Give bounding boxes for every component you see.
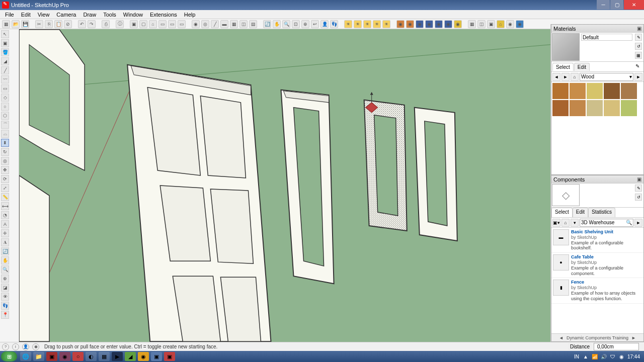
maximize-button[interactable]: ▢ bbox=[610, 0, 623, 10]
print-icon[interactable]: ⎙ bbox=[102, 20, 110, 28]
zoom-window-icon[interactable]: ⊡ bbox=[292, 20, 300, 28]
tray-app-icon[interactable]: ◉ bbox=[618, 353, 625, 360]
tray-network-icon[interactable]: 📶 bbox=[591, 353, 598, 360]
geo-icon[interactable]: ◉ bbox=[32, 343, 39, 350]
components-tab-stats[interactable]: Statistics bbox=[588, 208, 615, 217]
material-swatch[interactable] bbox=[621, 83, 637, 99]
followme-tool-icon[interactable]: ↻ bbox=[1, 148, 9, 156]
material-swatch[interactable] bbox=[570, 100, 586, 116]
menu-window[interactable]: Window bbox=[120, 11, 146, 19]
menu-view[interactable]: View bbox=[35, 11, 53, 19]
make-component-icon[interactable]: ▣ bbox=[1, 39, 9, 47]
start-button[interactable]: ⊞ bbox=[1, 351, 17, 361]
erase-icon[interactable]: ⊘ bbox=[64, 20, 72, 28]
line-tool-icon[interactable]: ╱ bbox=[1, 66, 9, 74]
tray-shield-icon[interactable]: 🛡 bbox=[609, 353, 616, 360]
material-name-field[interactable]: Default bbox=[581, 34, 632, 41]
component-item[interactable]: ● Cafe Tableby SketchUpExample of a conf… bbox=[551, 253, 643, 278]
front-icon[interactable]: ☀ bbox=[363, 20, 371, 28]
new-icon[interactable]: ▦ bbox=[2, 20, 10, 28]
minimize-button[interactable]: ─ bbox=[597, 0, 610, 10]
nav-back-icon[interactable]: ◄ bbox=[552, 73, 560, 81]
layer-icon[interactable]: ▦ bbox=[468, 20, 476, 28]
default-material-icon[interactable]: ↺ bbox=[635, 43, 642, 50]
task-app5-icon[interactable]: ▦ bbox=[99, 352, 110, 361]
task-app9-icon[interactable]: ▣ bbox=[164, 352, 175, 361]
style1-icon[interactable]: ◉ bbox=[396, 20, 405, 28]
details-icon[interactable]: ► bbox=[634, 73, 642, 81]
paint-bucket-icon[interactable]: 🪣 bbox=[1, 48, 9, 56]
xray-icon[interactable]: ▦ bbox=[230, 20, 238, 28]
open-icon[interactable]: 📂 bbox=[12, 20, 20, 28]
circle-tool-icon[interactable]: ○ bbox=[1, 103, 9, 111]
nav-prev-icon[interactable]: ◄ bbox=[559, 335, 564, 340]
page3-icon[interactable]: ▭ bbox=[178, 20, 186, 28]
menu-edit[interactable]: Edit bbox=[18, 11, 34, 19]
edge-icon[interactable]: ╱ bbox=[211, 20, 219, 28]
components-tab-select[interactable]: Select bbox=[551, 208, 573, 217]
section-tool-icon[interactable]: ◪ bbox=[1, 284, 9, 292]
zoom-extents-icon[interactable]: ⊕ bbox=[301, 20, 309, 28]
offset-tool-icon[interactable]: ◎ bbox=[1, 157, 9, 165]
comp-view-icon[interactable]: ▣▾ bbox=[552, 219, 560, 227]
tape-tool-icon[interactable]: 📏 bbox=[1, 193, 9, 201]
rotated-rect-icon[interactable]: ◇ bbox=[1, 94, 9, 102]
eraser-tool-icon[interactable]: ◢ bbox=[1, 57, 9, 65]
menu-file[interactable]: File bbox=[2, 11, 17, 19]
material-swatch[interactable] bbox=[604, 83, 620, 99]
hidden-icon[interactable]: ◫ bbox=[239, 20, 248, 28]
select-tool-icon[interactable]: ↖ bbox=[1, 30, 9, 38]
page-icon[interactable]: ▭ bbox=[158, 20, 167, 28]
pushpull-tool-icon[interactable]: ⬍ bbox=[1, 139, 9, 147]
tray-lang[interactable]: IN bbox=[573, 353, 580, 360]
house-icon[interactable]: ⌂ bbox=[149, 20, 157, 28]
walk-icon[interactable]: 👣 bbox=[330, 20, 338, 28]
nav-next-icon[interactable]: ► bbox=[631, 335, 636, 340]
comp-display-icon[interactable]: ↺ bbox=[635, 194, 642, 201]
user-icon[interactable]: 👤 bbox=[22, 343, 29, 350]
tray-sound-icon[interactable]: 🔊 bbox=[600, 353, 607, 360]
right-icon[interactable]: ☀ bbox=[373, 20, 381, 28]
display-icon[interactable]: ▦ bbox=[635, 52, 642, 59]
section-icon[interactable]: ▤ bbox=[249, 20, 257, 28]
task-app8-icon[interactable]: ◉ bbox=[138, 352, 149, 361]
iso-icon[interactable]: ☀ bbox=[344, 20, 352, 28]
collapse-icon[interactable]: ▣ bbox=[637, 26, 641, 31]
orbit-icon[interactable]: 🔄 bbox=[263, 20, 271, 28]
extension-icon[interactable]: ◉ bbox=[506, 20, 514, 28]
measurement-field[interactable]: 0,00cm bbox=[594, 343, 639, 350]
material-swatch[interactable] bbox=[587, 83, 603, 99]
rectangle-tool-icon[interactable]: ▭ bbox=[1, 84, 9, 93]
3d-viewport[interactable] bbox=[19, 29, 550, 342]
menu-extensions[interactable]: Extensions bbox=[147, 11, 180, 19]
component-search-field[interactable]: 3D Warehouse🔍 bbox=[580, 219, 633, 227]
task-app7-icon[interactable]: ◢ bbox=[125, 352, 136, 361]
task-app4-icon[interactable]: ◐ bbox=[86, 352, 97, 361]
warehouse-icon[interactable]: ⌂ bbox=[497, 20, 505, 28]
comp-options-icon[interactable]: ✎ bbox=[635, 185, 642, 192]
style2-icon[interactable]: ◉ bbox=[406, 20, 414, 28]
freehand-icon[interactable]: 〰 bbox=[1, 75, 9, 83]
collapse-icon[interactable]: ▣ bbox=[637, 176, 641, 182]
top-icon[interactable]: ☀ bbox=[354, 20, 362, 28]
tray-flag-icon[interactable]: ▲ bbox=[582, 353, 589, 360]
look-tool-icon[interactable]: 👁 bbox=[1, 293, 9, 301]
3dtext-tool-icon[interactable]: 𝐀 bbox=[1, 238, 9, 246]
style7-icon[interactable]: ◉ bbox=[454, 20, 462, 28]
model-info-icon[interactable]: ⓘ bbox=[116, 20, 124, 28]
move-tool-icon[interactable]: ✥ bbox=[1, 166, 9, 174]
page2-icon[interactable]: ▭ bbox=[168, 20, 176, 28]
pan-icon[interactable]: ✋ bbox=[273, 20, 281, 28]
walk-tool-icon[interactable]: 👣 bbox=[1, 302, 9, 310]
materials-tab-select[interactable]: Select bbox=[552, 63, 574, 71]
style3-icon[interactable]: ◉ bbox=[416, 20, 424, 28]
outliner-icon[interactable]: ◫ bbox=[477, 20, 486, 28]
nav-home-icon[interactable]: ⌂ bbox=[571, 73, 579, 81]
add-loc-icon[interactable]: ◉ bbox=[516, 20, 524, 28]
zoom-ext-tool-icon[interactable]: ⊕ bbox=[1, 275, 9, 283]
style6-icon[interactable]: ◉ bbox=[444, 20, 452, 28]
task-sketchup-icon[interactable]: ▣ bbox=[151, 352, 162, 361]
group-icon[interactable]: ▢ bbox=[139, 20, 147, 28]
menu-help[interactable]: Help bbox=[181, 11, 199, 19]
style4-icon[interactable]: ◉ bbox=[425, 20, 433, 28]
